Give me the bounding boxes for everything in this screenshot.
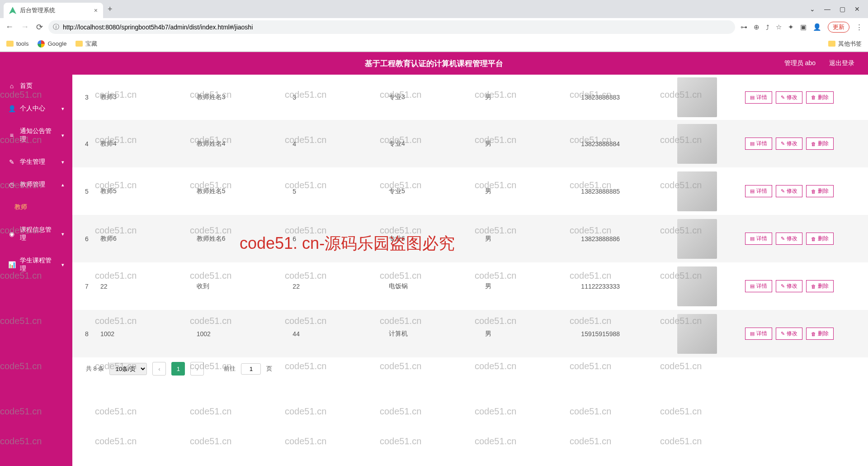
browser-tab[interactable]: 后台管理系统 × <box>4 3 103 18</box>
delete-button[interactable]: 🗑删除 <box>806 328 834 340</box>
dropdown-icon[interactable]: ⌄ <box>810 5 815 13</box>
sidebar-item-课程信息管理[interactable]: ◉课程信息管理▾ <box>0 219 72 249</box>
site-info-icon[interactable]: ⓘ <box>53 23 59 31</box>
prev-page-button[interactable]: ‹ <box>152 362 166 376</box>
avatar <box>677 124 717 164</box>
cell-major: 专业6 <box>385 235 481 243</box>
detail-button[interactable]: ▤详情 <box>745 185 772 197</box>
edit-button[interactable]: ✎修改 <box>776 233 802 245</box>
detail-button[interactable]: ▤详情 <box>745 328 772 340</box>
delete-button[interactable]: 🗑删除 <box>806 91 834 104</box>
edit-button[interactable]: ✎修改 <box>776 138 802 150</box>
edit-button[interactable]: ✎修改 <box>776 185 802 197</box>
next-page-button[interactable]: › <box>190 362 204 376</box>
zoom-icon[interactable]: ⊕ <box>754 23 760 31</box>
profile-icon[interactable]: 👤 <box>813 23 821 31</box>
delete-button[interactable]: 🗑删除 <box>806 280 834 292</box>
detail-button[interactable]: ▤详情 <box>745 280 772 292</box>
chevron-icon: ▾ <box>61 262 64 268</box>
edit-button[interactable]: ✎修改 <box>776 91 802 104</box>
maximize-icon[interactable]: ▢ <box>840 5 845 13</box>
folder-icon <box>75 41 83 47</box>
share-icon[interactable]: ⤴ <box>766 24 769 31</box>
menu-icon[interactable]: ⋮ <box>856 23 863 31</box>
cell-account: 教师4 <box>97 140 193 148</box>
close-tab-icon[interactable]: × <box>94 7 98 14</box>
detail-button[interactable]: ▤详情 <box>745 233 772 245</box>
sidebar-item-教师管理[interactable]: ◷教师管理▴ <box>0 173 72 196</box>
page-size-select[interactable]: 10条/页 <box>109 363 147 375</box>
delete-button[interactable]: 🗑删除 <box>806 138 834 150</box>
close-window-icon[interactable]: ✕ <box>854 5 860 13</box>
bookmark-google[interactable]: Google <box>38 40 66 48</box>
cell-gender: 男 <box>481 93 578 101</box>
avatar <box>677 266 717 306</box>
sidebar-item-个人中心[interactable]: 👤个人中心▾ <box>0 97 72 120</box>
cell-index: 4 <box>77 140 97 147</box>
cell-phone: 11122233333 <box>577 283 674 290</box>
goto-input[interactable] <box>241 363 261 375</box>
cell-avatar <box>674 314 741 354</box>
cell-avatar <box>674 77 741 117</box>
extensions-icon[interactable]: ✦ <box>788 23 794 31</box>
update-button[interactable]: 更新 <box>828 22 849 33</box>
reload-button[interactable]: ⟳ <box>36 22 43 32</box>
detail-button[interactable]: ▤详情 <box>745 91 772 104</box>
table-row: 3教师3教师姓名33专业3男13823888883▤详情✎修改🗑删除 <box>72 75 868 120</box>
sidebar-label: 个人中心 <box>20 105 45 113</box>
user-label[interactable]: 管理员 abo <box>784 59 816 67</box>
student-icon: ✎ <box>8 158 15 166</box>
bookmark-treasure[interactable]: 宝藏 <box>75 40 97 48</box>
cell-index: 5 <box>77 188 97 195</box>
edit-icon: ✎ <box>781 141 785 147</box>
edit-icon: ✎ <box>781 95 785 100</box>
home-icon: ⌂ <box>8 82 15 90</box>
folder-icon <box>6 41 14 47</box>
sidebar-item-学生课程管理[interactable]: 📊学生课程管理▾ <box>0 249 72 280</box>
cell-gender: 男 <box>481 282 578 290</box>
table-row: 6教师6教师姓名66专业6男13823888886▤详情✎修改🗑删除 <box>72 215 868 262</box>
chevron-icon: ▴ <box>61 182 64 188</box>
chart-icon: 📊 <box>8 261 15 268</box>
delete-icon: 🗑 <box>811 284 816 289</box>
page-number-button[interactable]: 1 <box>171 362 185 376</box>
star-icon[interactable]: ☆ <box>776 23 782 31</box>
sidebar-item-教师[interactable]: 教师 <box>0 196 72 219</box>
cell-phone: 13823888884 <box>577 140 674 147</box>
sidebar: ⌂首页👤个人中心▾≡通知公告管理▾✎学生管理▾◷教师管理▴教师◉课程信息管理▾📊… <box>0 75 72 466</box>
logout-button[interactable]: 退出登录 <box>829 59 854 67</box>
sidebar-item-通知公告管理[interactable]: ≡通知公告管理▾ <box>0 120 72 151</box>
sidebar-label: 教师 <box>14 203 27 211</box>
cell-gender: 男 <box>481 187 578 195</box>
cell-account: 教师5 <box>97 187 193 195</box>
bulb-icon: ◉ <box>8 230 15 238</box>
cell-name: 教师姓名3 <box>193 93 289 101</box>
key-icon[interactable]: ⊶ <box>741 23 747 31</box>
back-button[interactable]: ← <box>5 22 14 32</box>
delete-button[interactable]: 🗑删除 <box>806 185 834 197</box>
edit-button[interactable]: ✎修改 <box>776 328 802 340</box>
clock-icon: ◷ <box>8 181 15 188</box>
cell-major: 专业4 <box>385 140 481 148</box>
edit-icon: ✎ <box>781 236 785 242</box>
sidebar-item-首页[interactable]: ⌂首页 <box>0 75 72 97</box>
cell-name: 1002 <box>193 330 289 338</box>
delete-icon: 🗑 <box>811 95 816 100</box>
url-input[interactable] <box>63 24 731 31</box>
list-icon: ≡ <box>8 132 15 139</box>
other-bookmarks[interactable]: 其他书签 <box>828 40 862 48</box>
cell-index: 8 <box>77 330 97 338</box>
delete-button[interactable]: 🗑删除 <box>806 233 834 245</box>
edit-button[interactable]: ✎修改 <box>776 280 802 292</box>
cell-account: 教师6 <box>97 235 193 243</box>
chevron-icon: ▾ <box>61 159 64 165</box>
cell-name: 收到 <box>193 282 289 290</box>
sidepanel-icon[interactable]: ▣ <box>800 23 807 31</box>
sidebar-item-学生管理[interactable]: ✎学生管理▾ <box>0 151 72 173</box>
new-tab-button[interactable]: + <box>103 5 117 14</box>
detail-button[interactable]: ▤详情 <box>745 138 772 150</box>
forward-button[interactable]: → <box>21 22 29 32</box>
address-bar[interactable]: ⓘ <box>48 20 735 34</box>
minimize-icon[interactable]: — <box>824 5 830 13</box>
bookmark-tools[interactable]: tools <box>6 40 28 47</box>
